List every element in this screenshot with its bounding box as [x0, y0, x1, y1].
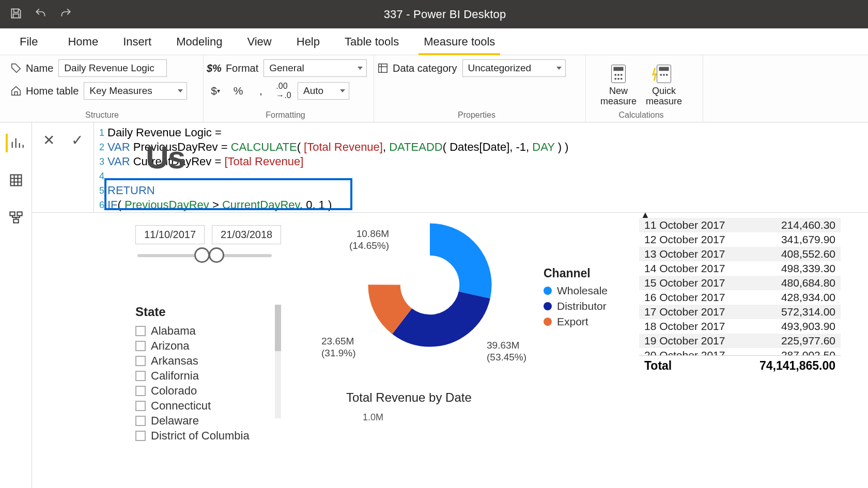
legend-item[interactable]: Export — [544, 316, 608, 328]
calculator-icon — [607, 64, 630, 84]
home-table-label: Home table — [10, 85, 79, 97]
svg-point-7 — [617, 78, 619, 80]
formula-bar: ✕ ✓ Us 1Daily Revenue Logic = 2VAR Previ… — [32, 122, 868, 213]
checkbox-icon[interactable] — [135, 386, 146, 396]
date-slicer[interactable]: 11/10/2017 21/03/2018 — [135, 225, 281, 244]
svg-rect-15 — [10, 212, 14, 216]
list-item[interactable]: Connecticut — [135, 399, 250, 413]
checkbox-icon[interactable] — [135, 326, 146, 336]
checkbox-icon[interactable] — [135, 416, 146, 426]
svg-point-11 — [660, 74, 662, 76]
list-item[interactable]: District of Columbia — [135, 429, 250, 443]
tab-view[interactable]: View — [235, 28, 284, 55]
format-select[interactable] — [264, 59, 367, 77]
legend-item[interactable]: Distributor — [544, 300, 608, 312]
swatch-icon — [544, 318, 552, 326]
redo-icon[interactable] — [59, 7, 72, 22]
checkbox-icon[interactable] — [135, 341, 146, 351]
report-canvas: ✕ ✓ Us 1Daily Revenue Logic = 2VAR Previ… — [32, 122, 868, 488]
svg-rect-2 — [613, 67, 623, 71]
legend-item[interactable]: Wholesale — [544, 285, 608, 297]
svg-rect-0 — [379, 64, 388, 73]
state-title: State — [135, 305, 250, 319]
list-item[interactable]: Colorado — [135, 384, 250, 398]
report-view-button[interactable] — [6, 134, 24, 152]
window-title: 337 - Power BI Desktop — [72, 8, 817, 21]
formula-editor[interactable]: Us 1Daily Revenue Logic = 2VAR PreviousD… — [94, 122, 868, 212]
background-title-fragment: Us — [146, 150, 184, 165]
percent-button[interactable]: % — [229, 82, 247, 100]
table-row[interactable]: 16 October 2017428,934.00 — [639, 290, 841, 305]
legend-title: Channel — [544, 266, 608, 280]
tab-insert[interactable]: Insert — [111, 28, 164, 55]
tab-file[interactable]: File — [7, 28, 50, 55]
revenue-table[interactable]: 11 October 2017214,460.30 12 October 201… — [639, 218, 841, 376]
list-item[interactable]: Alabama — [135, 324, 250, 338]
tab-modeling[interactable]: Modeling — [164, 28, 235, 55]
group-structure-title: Structure — [10, 111, 194, 121]
ribbon-tabs: File Home Insert Modeling View Help Tabl… — [0, 28, 868, 55]
scrollbar-thumb[interactable] — [275, 305, 281, 351]
checkbox-icon[interactable] — [135, 371, 146, 381]
tab-home[interactable]: Home — [55, 28, 111, 55]
save-icon[interactable] — [9, 7, 23, 22]
table-row[interactable]: 12 October 2017341,679.90 — [639, 232, 841, 247]
measure-name-input[interactable] — [58, 59, 167, 77]
commit-formula-button[interactable]: ✓ — [67, 130, 87, 151]
table-row[interactable]: 15 October 2017480,684.80 — [639, 276, 841, 290]
svg-point-6 — [614, 78, 616, 80]
svg-point-3 — [614, 74, 616, 76]
svg-rect-17 — [13, 219, 18, 223]
category-icon — [377, 62, 389, 74]
date-to[interactable]: 21/03/2018 — [212, 225, 281, 244]
data-view-button[interactable] — [7, 171, 25, 190]
table-row[interactable]: 11 October 2017214,460.30 — [639, 218, 841, 232]
decimal-button[interactable]: .00→.0 — [275, 82, 292, 100]
home-table-select[interactable] — [84, 82, 187, 100]
donut-chart[interactable]: 10.86M (14.65%) 23.65M (31.9%) 39.63M (5… — [321, 218, 580, 354]
table-row[interactable]: 18 October 2017493,903.90 — [639, 319, 841, 334]
svg-rect-14 — [10, 175, 21, 186]
home-icon — [10, 85, 22, 97]
checkbox-icon[interactable] — [135, 401, 146, 411]
slider-thumb-high[interactable] — [209, 247, 224, 263]
quick-measure-button[interactable]: Quick measure — [646, 64, 682, 107]
thousands-button[interactable]: , — [252, 82, 270, 100]
checkbox-icon[interactable] — [135, 431, 146, 441]
tab-help[interactable]: Help — [284, 28, 332, 55]
ribbon: Name Home table Structure $% Format — [0, 55, 868, 122]
report-surface: 11/10/2017 21/03/2018 State Alabama Ariz… — [32, 213, 868, 488]
y-axis-tick: 1.0M — [363, 412, 383, 423]
checkbox-icon[interactable] — [135, 356, 146, 366]
group-calculations: New measure Quick measure Calculations — [586, 55, 703, 122]
tab-table-tools[interactable]: Table tools — [332, 28, 411, 55]
group-properties: Data category Properties — [374, 55, 586, 122]
undo-icon[interactable] — [34, 7, 48, 22]
table-row[interactable]: 20 October 2017287,002.50 — [639, 348, 841, 355]
currency-button[interactable]: $▾ — [207, 82, 224, 100]
model-view-button[interactable] — [7, 208, 25, 227]
list-item[interactable]: Arkansas — [135, 354, 250, 368]
cancel-formula-button[interactable]: ✕ — [39, 130, 59, 151]
date-slider[interactable] — [137, 254, 272, 257]
data-category-select[interactable] — [462, 59, 566, 77]
date-from[interactable]: 11/10/2017 — [135, 225, 205, 244]
slider-thumb-low[interactable] — [194, 247, 210, 263]
list-item[interactable]: Delaware — [135, 414, 250, 428]
svg-point-5 — [621, 74, 623, 76]
scrollbar[interactable] — [275, 305, 281, 418]
table-row[interactable]: 17 October 2017572,314.00 — [639, 305, 841, 319]
new-measure-button[interactable]: New measure — [600, 64, 637, 107]
decimal-places-input[interactable] — [298, 82, 349, 100]
svg-point-13 — [666, 74, 668, 76]
table-row[interactable]: 13 October 2017408,552.60 — [639, 247, 841, 261]
donut-label-distributor: 23.65M (31.9%) — [321, 336, 356, 359]
list-item[interactable]: California — [135, 369, 250, 383]
group-structure: Name Home table Structure — [7, 55, 204, 122]
tab-measure-tools[interactable]: Measure tools — [411, 28, 507, 55]
view-rail — [0, 122, 32, 488]
state-slicer[interactable]: State Alabama Arizona Arkansas Californi… — [135, 305, 250, 443]
list-item[interactable]: Arizona — [135, 339, 250, 353]
table-row[interactable]: 19 October 2017225,977.60 — [639, 334, 841, 348]
table-row[interactable]: 14 October 2017498,339.30 — [639, 261, 841, 276]
